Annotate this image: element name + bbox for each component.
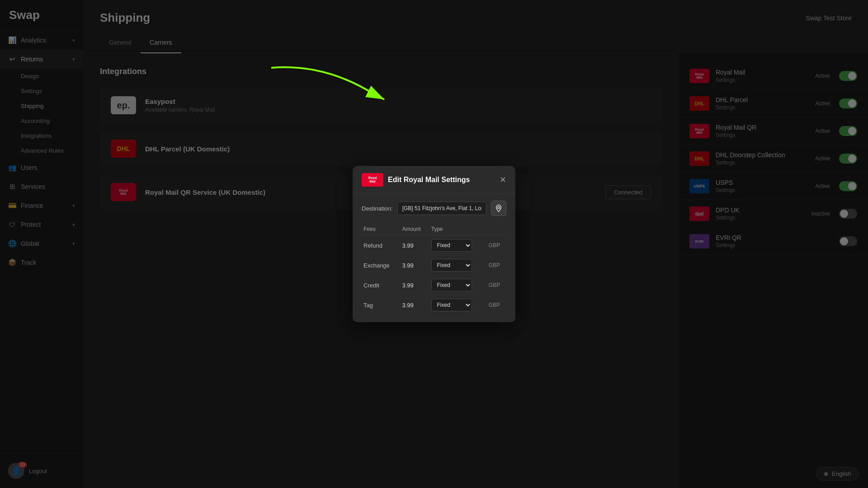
fee-amount: 3.99 <box>400 295 429 315</box>
fee-label: Exchange <box>362 255 400 275</box>
fee-label: Refund <box>362 235 400 256</box>
type-select[interactable]: FixedPercentage <box>431 259 472 272</box>
col-amount: Amount <box>400 223 429 235</box>
type-select[interactable]: FixedPercentage <box>431 239 472 252</box>
type-select[interactable]: FixedPercentage <box>431 299 472 311</box>
destination-input[interactable] <box>397 202 486 215</box>
fee-currency: GBP <box>487 235 506 256</box>
fee-currency: GBP <box>487 275 506 295</box>
destination-row: Destination: <box>362 201 506 216</box>
fee-currency: GBP <box>487 255 506 275</box>
fee-amount: 3.99 <box>400 235 429 256</box>
svg-point-0 <box>498 206 500 209</box>
fees-row-exchange: Exchange 3.99 FixedPercentage GBP <box>362 255 506 275</box>
fee-type[interactable]: FixedPercentage <box>429 255 487 275</box>
fees-row-tag: Tag 3.99 FixedPercentage GBP <box>362 295 506 315</box>
fee-type[interactable]: FixedPercentage <box>429 275 487 295</box>
modal-body: Destination: Fees Amount Type <box>353 193 515 322</box>
destination-icon-button[interactable] <box>491 201 506 216</box>
modal-header: RoyalMail Edit Royal Mail Settings ✕ <box>353 166 515 193</box>
fees-table: Fees Amount Type Refund 3.99 FixedPercen… <box>362 223 506 315</box>
type-select[interactable]: FixedPercentage <box>431 279 472 291</box>
fees-row-refund: Refund 3.99 FixedPercentage GBP <box>362 235 506 256</box>
fee-type[interactable]: FixedPercentage <box>429 235 487 256</box>
fee-amount: 3.99 <box>400 255 429 275</box>
modal-close-button[interactable]: ✕ <box>500 176 506 184</box>
col-type: Type <box>429 223 487 235</box>
fee-currency: GBP <box>487 295 506 315</box>
destination-label: Destination: <box>362 205 393 212</box>
modal-title: Edit Royal Mail Settings <box>388 176 495 184</box>
fee-type[interactable]: FixedPercentage <box>429 295 487 315</box>
modal-royal-mail-logo: RoyalMail <box>362 173 383 187</box>
fee-amount: 3.99 <box>400 275 429 295</box>
fees-row-credit: Credit 3.99 FixedPercentage GBP <box>362 275 506 295</box>
edit-royal-mail-modal: RoyalMail Edit Royal Mail Settings ✕ Des… <box>353 166 515 322</box>
col-fees: Fees <box>362 223 400 235</box>
fee-label: Tag <box>362 295 400 315</box>
col-currency <box>487 223 506 235</box>
fee-label: Credit <box>362 275 400 295</box>
